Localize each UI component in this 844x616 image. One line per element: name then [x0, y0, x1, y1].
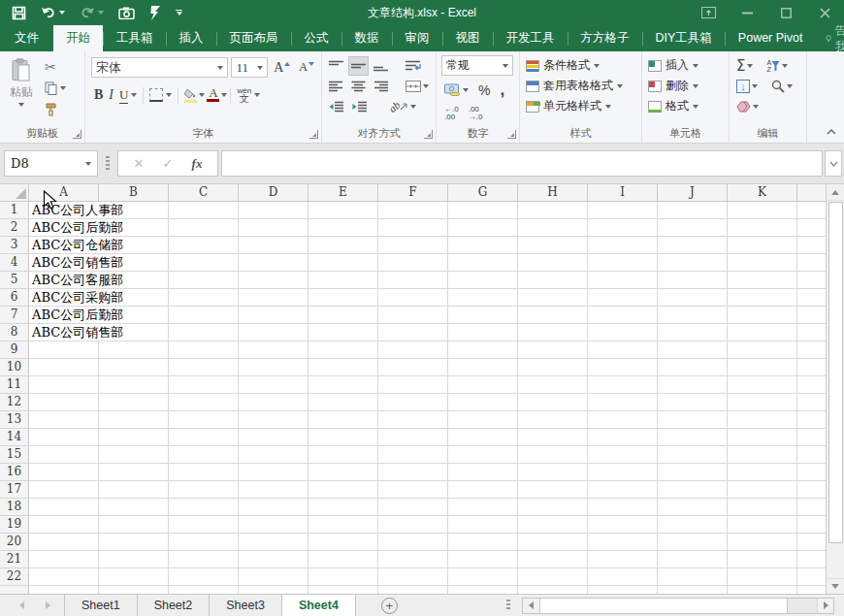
- cell-H14[interactable]: [518, 429, 588, 446]
- cell-B16[interactable]: [99, 464, 169, 481]
- cell-I8[interactable]: [588, 324, 658, 341]
- cell-E15[interactable]: [308, 446, 378, 464]
- cell-J17[interactable]: [658, 481, 728, 499]
- cell-I19[interactable]: [588, 516, 658, 534]
- cell-A10[interactable]: [29, 359, 99, 376]
- cell-I7[interactable]: [588, 307, 658, 324]
- cell-F22[interactable]: [378, 568, 448, 586]
- column-header-K[interactable]: K: [728, 184, 797, 202]
- cell-D5[interactable]: [239, 272, 308, 289]
- cell-K20[interactable]: [728, 534, 797, 551]
- cell-I23[interactable]: [588, 586, 658, 594]
- cell-H3[interactable]: [518, 237, 588, 254]
- scroll-up-icon[interactable]: [827, 184, 844, 201]
- scroll-right-icon[interactable]: [817, 599, 833, 613]
- cell-E7[interactable]: [308, 307, 378, 324]
- paste-dropdown-icon[interactable]: [18, 103, 24, 107]
- ribbon-tab-开发工具[interactable]: 开发工具: [494, 25, 568, 51]
- cell-H6[interactable]: [518, 289, 588, 307]
- cell-H7[interactable]: [518, 307, 588, 324]
- cell-D15[interactable]: [239, 446, 308, 464]
- align-left-button[interactable]: [326, 77, 346, 96]
- cell-E1[interactable]: [308, 202, 378, 219]
- cell-A19[interactable]: [29, 516, 99, 534]
- cell-E4[interactable]: [308, 254, 378, 272]
- cell-G2[interactable]: [448, 219, 518, 237]
- undo-button[interactable]: [41, 7, 65, 19]
- cell-K5[interactable]: [728, 272, 797, 289]
- ribbon-tab-Power Pivot[interactable]: Power Pivot: [726, 25, 816, 51]
- find-select-button[interactable]: [768, 77, 795, 96]
- cell-I10[interactable]: [588, 359, 658, 376]
- format-painter-button[interactable]: [43, 100, 68, 119]
- confirm-entry-icon[interactable]: ✓: [163, 156, 174, 171]
- cell-A23[interactable]: [29, 586, 99, 594]
- row-header-8[interactable]: 8: [0, 324, 29, 341]
- cell-D22[interactable]: [239, 568, 308, 586]
- cell-G19[interactable]: [448, 516, 518, 534]
- cell-K2[interactable]: [728, 219, 797, 237]
- row-header-16[interactable]: 16: [0, 464, 29, 481]
- cell-C23[interactable]: [169, 586, 239, 594]
- format-as-table-button[interactable]: 套用表格格式: [520, 76, 641, 96]
- cell-E22[interactable]: [308, 568, 378, 586]
- file-tab[interactable]: 文件: [0, 25, 53, 51]
- decrease-indent-button[interactable]: [326, 97, 347, 116]
- cell-C1[interactable]: [169, 202, 239, 219]
- cell-E23[interactable]: [308, 586, 378, 594]
- alignment-dialog-launcher[interactable]: [424, 130, 433, 139]
- cell-J23[interactable]: [658, 586, 728, 594]
- cell-K13[interactable]: [728, 411, 797, 429]
- cell-A11[interactable]: [29, 376, 99, 394]
- cell-E19[interactable]: [308, 516, 378, 534]
- insert-cells-button[interactable]: 插入: [642, 55, 729, 76]
- cell-G12[interactable]: [448, 394, 518, 411]
- redo-dropdown-icon[interactable]: [98, 11, 104, 15]
- cell-J10[interactable]: [658, 359, 728, 376]
- cut-button[interactable]: ✂: [43, 57, 68, 77]
- cell-D16[interactable]: [239, 464, 308, 481]
- cell-K19[interactable]: [728, 516, 797, 534]
- cell-K16[interactable]: [728, 464, 797, 481]
- cell-A4[interactable]: ABC公司销售部: [29, 254, 169, 272]
- increase-decimal-button[interactable]: ←.0 .00: [441, 104, 462, 123]
- row-header-1[interactable]: 1: [0, 202, 29, 219]
- grow-font-button[interactable]: A: [271, 58, 293, 78]
- cell-H13[interactable]: [518, 411, 588, 429]
- cell-A22[interactable]: [29, 568, 99, 586]
- conditional-formatting-button[interactable]: 条件格式: [520, 55, 641, 76]
- minimize-icon[interactable]: [728, 0, 766, 25]
- cell-K12[interactable]: [728, 394, 797, 411]
- maximize-icon[interactable]: [766, 0, 805, 25]
- cell-F7[interactable]: [378, 307, 448, 324]
- cell-C13[interactable]: [169, 411, 239, 429]
- cell-H9[interactable]: [518, 341, 588, 359]
- expand-formula-bar-icon[interactable]: [825, 150, 842, 177]
- select-all-button[interactable]: [0, 184, 29, 202]
- cell-B10[interactable]: [99, 359, 169, 376]
- cell-C8[interactable]: [169, 324, 239, 341]
- cell-F11[interactable]: [378, 376, 448, 394]
- cell-D18[interactable]: [239, 499, 308, 516]
- cell-E12[interactable]: [308, 394, 378, 411]
- cell-A8[interactable]: ABC公司销售部: [29, 324, 169, 341]
- cell-D19[interactable]: [239, 516, 308, 534]
- cell-H19[interactable]: [518, 516, 588, 534]
- cell-H12[interactable]: [518, 394, 588, 411]
- formula-input[interactable]: [221, 150, 823, 177]
- ribbon-tab-数据[interactable]: 数据: [342, 25, 392, 51]
- cell-H22[interactable]: [518, 568, 588, 586]
- italic-button[interactable]: I: [106, 85, 116, 105]
- cell-D10[interactable]: [239, 359, 308, 376]
- font-name-select[interactable]: 宋体: [91, 57, 228, 78]
- cell-E20[interactable]: [308, 534, 378, 551]
- cell-F12[interactable]: [378, 394, 448, 411]
- cell-G20[interactable]: [448, 534, 518, 551]
- align-right-button[interactable]: [371, 77, 391, 96]
- next-sheet-icon[interactable]: [46, 601, 50, 609]
- cell-G8[interactable]: [448, 324, 518, 341]
- ribbon-tab-视图[interactable]: 视图: [443, 25, 493, 51]
- clipboard-dialog-launcher[interactable]: [73, 130, 81, 139]
- cell-J19[interactable]: [658, 516, 728, 534]
- cell-K8[interactable]: [728, 324, 797, 341]
